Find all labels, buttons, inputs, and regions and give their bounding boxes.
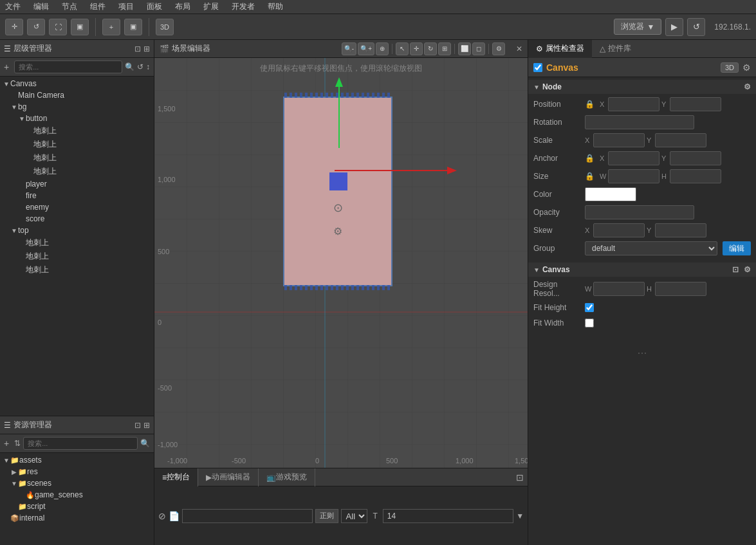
resol-h-input[interactable]: 1280 <box>655 282 706 296</box>
canvas-section-gear[interactable]: ⚙ <box>744 265 751 274</box>
fit-width-checkbox[interactable] <box>585 319 594 328</box>
tree-item-enemy[interactable]: enemy <box>0 201 154 213</box>
tree-item-spike7[interactable]: 地刺上 <box>0 263 154 277</box>
layer-manager-icon-1[interactable]: ⊡ <box>134 44 141 53</box>
asset-add-btn[interactable]: + <box>4 438 9 448</box>
scene-move-btn[interactable]: ✛ <box>410 42 423 55</box>
tree-item-internal[interactable]: 📦 internal <box>0 512 154 524</box>
scene-select-btn[interactable]: ↖ <box>396 42 409 55</box>
anchor-x-input[interactable]: 0.5 <box>608 151 659 165</box>
toolbar-refresh-btn[interactable]: ↺ <box>27 19 45 35</box>
tree-item-player[interactable]: player <box>0 178 154 190</box>
scene-zoom-in-btn[interactable]: 🔍+ <box>358 42 374 55</box>
scene-box-btn[interactable]: ◻ <box>472 42 485 55</box>
play-btn[interactable]: ▶ <box>665 18 683 36</box>
menu-panel[interactable]: 面板 <box>144 1 165 12</box>
console-filter-input[interactable] <box>182 509 313 523</box>
console-regex-btn[interactable]: 正则 <box>315 509 338 523</box>
tree-item-spike1[interactable]: 地刺上 <box>0 124 154 138</box>
scale-y-input[interactable]: 1 <box>655 133 706 147</box>
asset-search-input[interactable] <box>23 437 138 450</box>
tree-item-spike2[interactable]: 地刺上 <box>0 138 154 151</box>
tab-preview[interactable]: 📺 游戏预览 <box>259 468 315 486</box>
opacity-input[interactable]: 255 <box>585 205 694 219</box>
asset-icon-2[interactable]: ⊞ <box>143 421 150 430</box>
menu-node[interactable]: 节点 <box>59 1 80 12</box>
skew-x-input[interactable]: 0 <box>593 223 645 237</box>
menu-edit[interactable]: 编辑 <box>31 1 51 12</box>
fit-height-checkbox[interactable] <box>585 303 594 312</box>
menu-project[interactable]: 项目 <box>116 1 136 12</box>
tree-item-spike6[interactable]: 地刺上 <box>0 250 154 263</box>
tree-item-spike4[interactable]: 地刺上 <box>0 165 154 178</box>
scene-canvas[interactable]: 使用鼠标右键平移视图焦点，使用滚轮缩放视图 <box>154 58 528 468</box>
layer-search-input[interactable] <box>14 60 122 73</box>
toolbar-rect-btn[interactable]: ▣ <box>71 19 89 35</box>
tab-widget-lib[interactable]: △ 控件库 <box>592 40 639 58</box>
tree-item-top[interactable]: ▼ top <box>0 225 154 236</box>
node-section-gear[interactable]: ⚙ <box>744 82 751 91</box>
scene-anchor-btn[interactable]: ⬜ <box>458 42 471 55</box>
scene-scale-btn[interactable]: ⊞ <box>438 42 451 55</box>
group-edit-btn[interactable]: 编辑 <box>723 241 751 255</box>
canvas-section-copy[interactable]: ⊡ <box>732 265 739 274</box>
rotation-input[interactable]: 0 <box>585 115 694 129</box>
console-doc-btn[interactable]: 📄 <box>169 511 180 521</box>
pos-y-input[interactable]: 640 <box>670 97 721 111</box>
size-w-input[interactable]: 720 <box>608 169 659 183</box>
scene-rotate-btn[interactable]: ↻ <box>424 42 437 55</box>
menu-developer[interactable]: 开发者 <box>229 1 257 12</box>
layer-add-btn[interactable]: + <box>4 62 9 72</box>
menu-help[interactable]: 帮助 <box>265 1 286 12</box>
refresh-scene-btn[interactable]: ↺ <box>687 18 705 36</box>
tab-inspector[interactable]: ⚙ 属性检查器 <box>528 40 592 58</box>
menu-extension[interactable]: 扩展 <box>201 1 221 12</box>
scene-zoom-out-btn[interactable]: 🔍- <box>342 42 356 55</box>
tree-item-game-scenes[interactable]: 🔥 game_scenes <box>0 489 154 501</box>
scale-x-input[interactable]: 1 <box>593 133 645 147</box>
toolbar-move-btn[interactable]: ✛ <box>5 19 23 35</box>
resol-w-input[interactable]: 720 <box>593 282 645 296</box>
toolbar-square-btn[interactable]: ▣ <box>124 19 142 35</box>
tree-item-score[interactable]: score <box>0 213 154 225</box>
canvas-visible-checkbox[interactable] <box>533 63 542 72</box>
tree-item-scenes[interactable]: ▼ 📁 scenes <box>0 477 154 489</box>
canvas-settings-btn[interactable]: ⚙ <box>742 62 751 73</box>
toolbar-add-btn[interactable]: + <box>102 19 120 35</box>
tree-item-fire[interactable]: fire <box>0 190 154 201</box>
anchor-lock-icon[interactable]: 🔒 <box>585 154 595 163</box>
tree-item-assets[interactable]: ▼ 📁 assets <box>0 454 154 466</box>
asset-sort-btn[interactable]: ⇅ <box>14 439 21 448</box>
skew-y-input[interactable]: 0 <box>655 223 706 237</box>
anchor-y-input[interactable]: 0.5 <box>670 151 721 165</box>
menu-component[interactable]: 组件 <box>88 1 108 12</box>
layer-search-btn[interactable]: 🔍 <box>125 62 134 71</box>
menu-file[interactable]: 文件 <box>3 1 23 12</box>
scene-panel-close[interactable]: ✕ <box>516 44 522 53</box>
browser-btn[interactable]: 浏览器 ▼ <box>614 19 661 35</box>
scene-options-btn[interactable]: ⚙ <box>492 42 505 55</box>
tab-animation[interactable]: ▶ 动画编辑器 <box>198 468 259 486</box>
console-font-size[interactable] <box>383 509 513 523</box>
toolbar-layout-btn[interactable]: ⛶ <box>49 19 67 35</box>
toolbar-3d-btn[interactable]: 3D <box>156 19 174 35</box>
tree-item-button[interactable]: ▼ button <box>0 113 154 124</box>
tab-console[interactable]: ≡ 控制台 <box>154 468 198 486</box>
color-swatch[interactable] <box>585 187 636 201</box>
tree-item-script[interactable]: 📁 script <box>0 501 154 512</box>
console-filter-select[interactable]: All <box>341 509 367 523</box>
asset-icon-1[interactable]: ⊡ <box>134 421 141 430</box>
menu-layout[interactable]: 布局 <box>172 1 193 12</box>
layer-manager-icon-2[interactable]: ⊞ <box>143 44 150 53</box>
console-clear-btn[interactable]: ⊘ <box>158 511 166 521</box>
tree-item-canvas[interactable]: ▼ Canvas <box>0 78 154 89</box>
tree-item-spike5[interactable]: 地刺上 <box>0 236 154 250</box>
tree-item-res[interactable]: ▶ 📁 res <box>0 466 154 477</box>
console-panel-expand[interactable]: ⊡ <box>516 472 524 483</box>
size-lock-icon[interactable]: 🔒 <box>585 172 595 181</box>
layer-collapse-btn[interactable]: ↕ <box>146 62 150 71</box>
tree-item-main-camera[interactable]: Main Camera <box>0 89 154 101</box>
pos-x-input[interactable]: 360 <box>608 97 659 111</box>
asset-search-btn[interactable]: 🔍 <box>140 439 150 448</box>
position-lock-icon[interactable]: 🔒 <box>585 100 595 109</box>
